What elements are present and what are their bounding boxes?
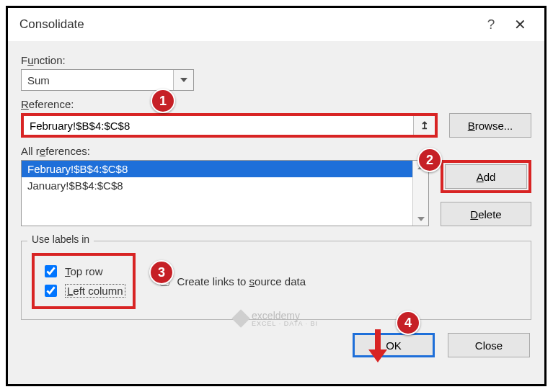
- top-row-label: Top row: [65, 265, 103, 277]
- label-accel: T: [65, 265, 71, 277]
- function-label: Function:: [21, 54, 531, 66]
- label-text: All r: [21, 145, 40, 157]
- btn-accel: D: [470, 208, 478, 220]
- use-labels-group: Use labels in Top row Left column Create…: [21, 241, 531, 320]
- consolidate-dialog: Consolidate ? ✕ 1 2 3 4 Function: Sum Re…: [6, 6, 547, 386]
- close-dialog-button[interactable]: Close: [448, 333, 530, 357]
- list-item[interactable]: February!$B$4:$C$8: [22, 161, 412, 177]
- btn-accel: A: [477, 171, 484, 183]
- arrow-icon: [368, 329, 387, 362]
- dialog-footer: OK Close: [21, 333, 531, 357]
- add-button[interactable]: Add: [445, 164, 527, 189]
- callout-1: 1: [151, 89, 175, 113]
- group-legend: Use labels in: [27, 233, 94, 245]
- close-button[interactable]: ✕: [505, 16, 534, 33]
- function-combobox[interactable]: Sum: [21, 69, 194, 91]
- browse-button[interactable]: Browse...: [449, 113, 531, 138]
- label-text: ource data: [255, 275, 306, 288]
- list-item[interactable]: January!$B$4:$C$8: [22, 177, 412, 194]
- create-links-label: Create links to source data: [177, 275, 306, 288]
- label-text: op row: [71, 265, 103, 277]
- function-value: Sum: [22, 74, 173, 86]
- btn-text: rowse...: [475, 120, 513, 132]
- reference-input[interactable]: [24, 116, 413, 135]
- watermark-sub: EXCEL · DATA · BI: [252, 320, 318, 327]
- list-contents: February!$B$4:$C$8 January!$B$4:$C$8: [22, 161, 412, 226]
- label-accel: s: [249, 275, 255, 288]
- chevron-down-icon: [180, 78, 187, 82]
- label-text: eference:: [29, 98, 74, 110]
- all-references-label: All references:: [21, 145, 531, 157]
- label-accel: R: [21, 98, 29, 110]
- label-text: Create links to: [177, 275, 249, 288]
- dropdown-button[interactable]: [173, 70, 193, 90]
- top-row-checkbox[interactable]: [45, 265, 57, 277]
- ok-button[interactable]: OK: [353, 333, 435, 357]
- checkboxes-highlight: Top row Left column: [32, 253, 136, 309]
- reference-input-highlight: ↥: [21, 113, 438, 138]
- title-bar: Consolidate ? ✕: [8, 8, 544, 41]
- left-column-checkbox[interactable]: [45, 285, 57, 297]
- chevron-down-icon: [417, 217, 425, 221]
- callout-3: 3: [149, 260, 174, 285]
- add-button-highlight: Add: [441, 160, 531, 193]
- reference-label: Reference:: [21, 98, 531, 110]
- delete-button[interactable]: Delete: [441, 202, 531, 226]
- btn-accel: B: [468, 120, 475, 132]
- btn-text: elete: [478, 208, 502, 220]
- create-links-row: Create links to source data: [157, 275, 306, 288]
- label-text: eft column: [73, 285, 123, 297]
- range-picker-button[interactable]: ↥: [413, 116, 435, 135]
- callout-2: 2: [417, 148, 442, 172]
- label-text: nction:: [34, 54, 66, 66]
- label-accel: e: [40, 145, 45, 157]
- dialog-title: Consolidate: [19, 17, 477, 32]
- label-text: F: [21, 54, 27, 66]
- btn-text: dd: [484, 171, 496, 183]
- left-column-label: Left column: [65, 284, 125, 298]
- collapse-icon: ↥: [420, 120, 429, 131]
- help-button[interactable]: ?: [477, 17, 505, 32]
- label-text: ferences:: [45, 145, 90, 157]
- label-accel: u: [27, 54, 33, 66]
- callout-4: 4: [396, 311, 420, 335]
- all-references-listbox[interactable]: February!$B$4:$C$8 January!$B$4:$C$8: [21, 160, 429, 226]
- dialog-body: 1 2 3 4 Function: Sum Reference: ↥: [8, 41, 544, 366]
